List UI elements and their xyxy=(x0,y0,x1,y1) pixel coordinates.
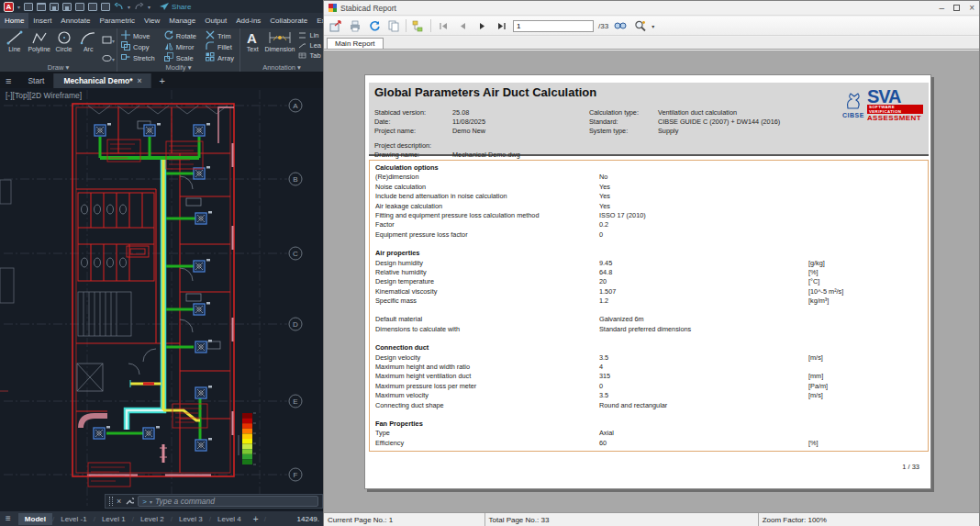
document-map-button[interactable] xyxy=(411,18,426,33)
close-button[interactable]: × xyxy=(969,3,974,13)
search-button[interactable] xyxy=(613,18,628,33)
leader-line-button[interactable]: Lin xyxy=(298,31,321,39)
ribbon-tab-home[interactable]: Home xyxy=(0,13,28,28)
table-button[interactable]: Tab xyxy=(298,51,321,60)
previous-page-button[interactable] xyxy=(455,18,470,33)
share-button[interactable]: Share xyxy=(160,3,191,11)
minimize-button[interactable]: – xyxy=(940,6,945,11)
page-number-input[interactable] xyxy=(513,20,594,32)
leader-button[interactable]: Lea xyxy=(298,41,321,50)
ribbon-tab-output[interactable]: Output xyxy=(200,13,231,28)
param-value: 3.5 xyxy=(599,353,808,363)
text-button[interactable]: A Text xyxy=(244,30,261,60)
ribbon-tab-insert[interactable]: Insert xyxy=(28,13,56,28)
meta-label: System type: xyxy=(589,127,658,135)
param-unit xyxy=(808,220,928,229)
ribbon-tab-manage[interactable]: Manage xyxy=(164,13,200,28)
report-content-area[interactable]: Global Parameters Air Duct Calculation S… xyxy=(324,50,979,512)
save-icon[interactable] xyxy=(50,3,59,11)
param-row: Maximum pressure loss per meter0[Pa/m] xyxy=(370,382,928,391)
redo-icon[interactable] xyxy=(134,3,144,11)
ribbon-tab-annotate[interactable]: Annotate xyxy=(56,13,95,28)
ribbon-tab-parametric[interactable]: Parametric xyxy=(95,13,139,28)
viewport-controls[interactable]: [-][Top][2D Wireframe] xyxy=(6,91,82,100)
command-input[interactable]: > ▾ Type a command xyxy=(138,496,318,507)
meta-value: Demo New xyxy=(452,127,585,135)
ribbon-tab-view[interactable]: View xyxy=(139,13,164,28)
next-page-button[interactable] xyxy=(474,18,489,33)
array-button[interactable]: Array xyxy=(206,52,238,63)
new-file-icon[interactable] xyxy=(24,3,33,11)
annotation-panel-label[interactable]: Annotation ▾ xyxy=(240,63,323,72)
layout-tab-level-2[interactable]: Level 2 xyxy=(134,513,171,525)
param-unit: [mm] xyxy=(808,372,928,381)
tab-start[interactable]: Start xyxy=(18,73,54,88)
layout-tab-model[interactable]: Model xyxy=(18,513,52,525)
copy-icon xyxy=(121,41,130,52)
layout-tab-level-1[interactable]: Level -1 xyxy=(54,513,93,525)
param-label: Maximum height and width ratio xyxy=(375,363,599,372)
app-menu-dropdown-icon[interactable]: ▾ xyxy=(17,4,20,10)
arc-label: Arc xyxy=(84,46,94,52)
copy-button[interactable]: Copy xyxy=(121,41,159,52)
autocad-logo-icon[interactable]: A xyxy=(4,2,14,12)
plot-icon[interactable] xyxy=(75,3,84,11)
meta-row: Date:11/08/2025 xyxy=(374,117,585,126)
refresh-button[interactable] xyxy=(367,18,382,33)
tab-main-report[interactable]: Main Report xyxy=(327,38,384,49)
rotate-button[interactable]: Rotate xyxy=(164,30,200,41)
meta-value: 11/08/2025 xyxy=(452,118,585,126)
new-layout-button[interactable]: + xyxy=(248,514,264,524)
export-button[interactable] xyxy=(329,18,343,33)
copy-button[interactable] xyxy=(386,18,401,33)
zoom-button[interactable] xyxy=(632,18,647,33)
layout-tab-level-3[interactable]: Level 3 xyxy=(173,513,209,525)
close-tab-icon[interactable]: × xyxy=(138,76,142,85)
fillet-button[interactable]: Fillet xyxy=(206,41,238,52)
layout-menu-icon[interactable]: ≡ xyxy=(0,513,18,525)
command-close-icon[interactable]: × xyxy=(117,497,121,506)
trim-button[interactable]: Trim xyxy=(206,30,238,41)
zoom-dropdown-icon[interactable]: ▾ xyxy=(651,23,654,29)
redo-dropdown-icon[interactable]: ▾ xyxy=(148,4,150,10)
meta-label: Date: xyxy=(374,118,452,126)
ribbon-tab-add-ins[interactable]: Add-ins xyxy=(231,13,265,28)
undo-icon[interactable] xyxy=(114,3,124,11)
sheet-set-icon[interactable] xyxy=(88,3,97,11)
modify-panel-label[interactable]: Modify ▾ xyxy=(117,63,239,72)
mirror-button[interactable]: Mirror xyxy=(164,41,200,52)
rectangle-tool-icon[interactable]: ▾ xyxy=(102,31,115,48)
undo-dropdown-icon[interactable]: ▾ xyxy=(128,4,130,10)
project-meta-left: Stabicad version:25.08Date:11/08/2025Pro… xyxy=(374,107,585,159)
stretch-button[interactable]: Stretch xyxy=(121,52,159,63)
file-tabs-menu-icon[interactable]: ≡ xyxy=(0,75,18,88)
dimension-button[interactable]: Dimension xyxy=(264,30,295,60)
scale-button[interactable]: Scale xyxy=(164,52,200,63)
save-as-icon[interactable] xyxy=(62,3,72,11)
adjacent-structure xyxy=(0,180,14,391)
layout-tab-level-1[interactable]: Level 1 xyxy=(95,513,132,525)
tab-drawing[interactable]: Mechanical Demo*× xyxy=(54,73,151,88)
drawing-canvas[interactable]: A B C D E F xyxy=(0,88,323,511)
recent-commands-icon[interactable]: ▾ xyxy=(150,498,152,505)
param-label: Kinematical viscosity xyxy=(375,287,599,297)
print-button[interactable] xyxy=(348,18,362,33)
draw-panel-label[interactable]: Draw ▾ xyxy=(0,63,117,72)
move-button[interactable]: Move xyxy=(121,30,159,41)
ribbon-tab-express-too[interactable]: Express Too xyxy=(312,13,323,28)
last-page-button[interactable] xyxy=(494,18,508,33)
command-drag-handle[interactable] xyxy=(109,497,113,506)
print-icon[interactable] xyxy=(101,3,110,11)
maximize-button[interactable] xyxy=(953,5,960,11)
first-page-button[interactable] xyxy=(436,18,451,33)
customize-wrench-icon[interactable] xyxy=(125,497,134,506)
param-unit xyxy=(808,363,928,372)
meta-value: Ventilation duct calculation xyxy=(658,108,819,117)
ribbon-tab-collaborate[interactable]: Collaborate xyxy=(265,13,312,28)
new-tab-button[interactable]: + xyxy=(151,75,172,88)
report-title-bar[interactable]: Stabicad Report – × xyxy=(324,1,979,16)
open-file-icon[interactable] xyxy=(37,3,46,11)
layout-tab-level-4[interactable]: Level 4 xyxy=(211,513,248,525)
param-value: 4 xyxy=(599,363,808,372)
command-line-bar: × > ▾ Type a command xyxy=(105,494,323,509)
